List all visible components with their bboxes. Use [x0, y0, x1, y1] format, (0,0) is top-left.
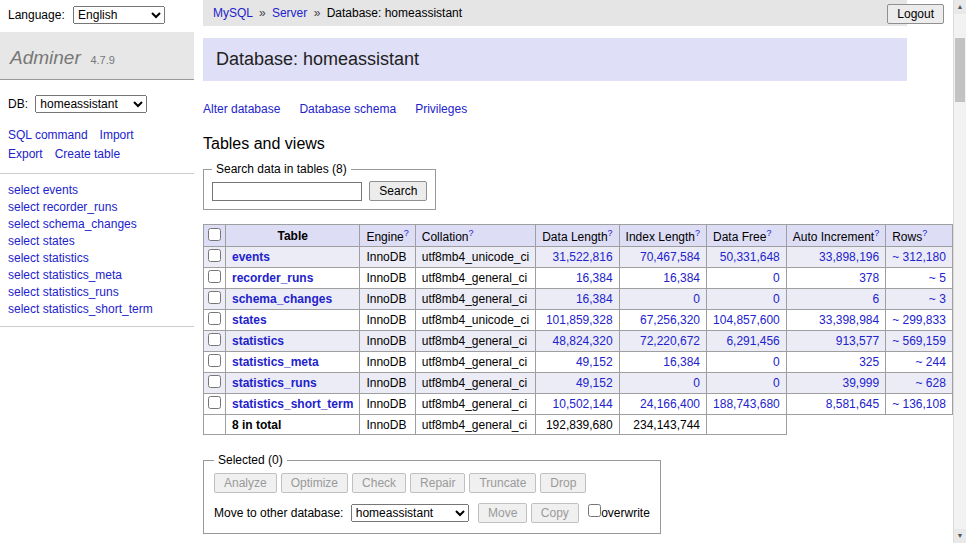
- data-length-link[interactable]: 16,384: [576, 271, 613, 285]
- repair-button[interactable]: Repair: [410, 473, 465, 493]
- table-name-link[interactable]: schema_changes: [232, 292, 332, 306]
- row-checkbox[interactable]: [208, 312, 221, 325]
- index-length-link[interactable]: 72,220,672: [640, 334, 700, 348]
- scroll-down-icon[interactable]: ▼: [954, 529, 966, 543]
- export-link[interactable]: Export: [8, 147, 43, 161]
- row-checkbox[interactable]: [208, 354, 221, 367]
- database-schema-link[interactable]: Database schema: [299, 102, 396, 116]
- sidebar-table-link[interactable]: select statistics_meta: [8, 268, 122, 282]
- sidebar-table-link[interactable]: select schema_changes: [8, 217, 137, 231]
- data-free-link[interactable]: 104,857,600: [713, 313, 780, 327]
- help-icon[interactable]: ?: [468, 228, 473, 238]
- privileges-link[interactable]: Privileges: [415, 102, 467, 116]
- rows-link[interactable]: ~ 244: [916, 355, 946, 369]
- help-icon[interactable]: ?: [874, 228, 879, 238]
- check-button[interactable]: Check: [352, 473, 406, 493]
- index-length-link[interactable]: 67,256,320: [640, 313, 700, 327]
- select-all-checkbox[interactable]: [208, 228, 221, 241]
- language-select[interactable]: English: [73, 6, 165, 24]
- data-length-link[interactable]: 10,502,144: [553, 397, 613, 411]
- import-link[interactable]: Import: [100, 128, 134, 142]
- data-free-link[interactable]: 0: [773, 271, 780, 285]
- scrollbar-thumb[interactable]: [955, 38, 965, 102]
- rows-link[interactable]: ~ 3: [929, 292, 946, 306]
- data-length-link[interactable]: 49,152: [576, 376, 613, 390]
- breadcrumb-server-link[interactable]: Server: [272, 6, 307, 20]
- sidebar-table-link[interactable]: select statistics_short_term: [8, 302, 153, 316]
- data-length-link[interactable]: 16,384: [576, 292, 613, 306]
- truncate-button[interactable]: Truncate: [469, 473, 536, 493]
- data-free-link[interactable]: 0: [773, 376, 780, 390]
- rows-link[interactable]: ~ 628: [916, 376, 946, 390]
- data-length-link[interactable]: 49,152: [576, 355, 613, 369]
- sidebar-create-table-link[interactable]: Create table: [55, 147, 120, 161]
- data-length-link[interactable]: 48,824,320: [553, 334, 613, 348]
- auto-increment-link[interactable]: 33,398,984: [819, 313, 879, 327]
- auto-increment-link[interactable]: 325: [859, 355, 879, 369]
- sidebar-table-link[interactable]: select states: [8, 234, 75, 248]
- search-button[interactable]: Search: [369, 181, 427, 201]
- index-length-link[interactable]: 0: [693, 376, 700, 390]
- index-length-link[interactable]: 0: [693, 292, 700, 306]
- auto-increment-link[interactable]: 6: [872, 292, 879, 306]
- overwrite-checkbox[interactable]: [588, 504, 601, 517]
- row-checkbox[interactable]: [208, 375, 221, 388]
- table-name-link[interactable]: states: [232, 313, 267, 327]
- scrollbar[interactable]: ▲ ▼: [953, 0, 966, 543]
- index-length-link[interactable]: 70,467,584: [640, 250, 700, 264]
- table-name-link[interactable]: recorder_runs: [232, 271, 313, 285]
- help-icon[interactable]: ?: [695, 228, 700, 238]
- move-button[interactable]: Move: [478, 503, 527, 523]
- logout-button[interactable]: Logout: [887, 4, 944, 24]
- table-name-link[interactable]: events: [232, 250, 270, 264]
- index-length-link[interactable]: 24,166,400: [640, 397, 700, 411]
- data-free-link[interactable]: 50,331,648: [720, 250, 780, 264]
- rows-link[interactable]: ~ 569,159: [892, 334, 946, 348]
- move-db-select[interactable]: homeassistant: [351, 504, 469, 522]
- help-icon[interactable]: ?: [922, 228, 927, 238]
- analyze-button[interactable]: Analyze: [214, 473, 277, 493]
- data-free-link[interactable]: 188,743,680: [713, 397, 780, 411]
- index-length-link[interactable]: 16,384: [663, 355, 700, 369]
- optimize-button[interactable]: Optimize: [281, 473, 348, 493]
- table-name-link[interactable]: statistics: [232, 334, 284, 348]
- help-icon[interactable]: ?: [766, 228, 771, 238]
- auto-increment-link[interactable]: 39,999: [842, 376, 879, 390]
- table-name-link[interactable]: statistics_runs: [232, 376, 317, 390]
- sidebar-table-link[interactable]: select statistics: [8, 251, 89, 265]
- table-name-link[interactable]: statistics_meta: [232, 355, 319, 369]
- rows-link[interactable]: ~ 136,108: [892, 397, 946, 411]
- auto-increment-link[interactable]: 378: [859, 271, 879, 285]
- scroll-up-icon[interactable]: ▲: [954, 0, 966, 14]
- alter-database-link[interactable]: Alter database: [203, 102, 280, 116]
- search-input[interactable]: [212, 182, 362, 201]
- row-checkbox[interactable]: [208, 249, 221, 262]
- help-icon[interactable]: ?: [404, 228, 409, 238]
- auto-increment-link[interactable]: 913,577: [836, 334, 879, 348]
- row-checkbox[interactable]: [208, 291, 221, 304]
- data-length-link[interactable]: 101,859,328: [546, 313, 613, 327]
- drop-button[interactable]: Drop: [540, 473, 586, 493]
- row-checkbox[interactable]: [208, 270, 221, 283]
- rows-link[interactable]: ~ 299,833: [892, 313, 946, 327]
- help-icon[interactable]: ?: [608, 228, 613, 238]
- data-free-link[interactable]: 0: [773, 355, 780, 369]
- data-free-link[interactable]: 0: [773, 292, 780, 306]
- rows-link[interactable]: ~ 312,180: [892, 250, 946, 264]
- sql-command-link[interactable]: SQL command: [8, 128, 88, 142]
- table-name-link[interactable]: statistics_short_term: [232, 397, 353, 411]
- sidebar-table-link[interactable]: select recorder_runs: [8, 200, 117, 214]
- data-free-link[interactable]: 6,291,456: [726, 334, 779, 348]
- copy-button[interactable]: Copy: [531, 503, 579, 523]
- data-length-link[interactable]: 31,522,816: [553, 250, 613, 264]
- auto-increment-link[interactable]: 33,898,196: [819, 250, 879, 264]
- db-select[interactable]: homeassistant: [35, 95, 147, 113]
- row-checkbox[interactable]: [208, 396, 221, 409]
- index-length-link[interactable]: 16,384: [663, 271, 700, 285]
- sidebar-table-link[interactable]: select events: [8, 183, 78, 197]
- sidebar-table-link[interactable]: select statistics_runs: [8, 285, 119, 299]
- breadcrumb-mysql-link[interactable]: MySQL: [213, 6, 253, 20]
- auto-increment-link[interactable]: 8,581,645: [826, 397, 879, 411]
- rows-link[interactable]: ~ 5: [929, 271, 946, 285]
- row-checkbox[interactable]: [208, 333, 221, 346]
